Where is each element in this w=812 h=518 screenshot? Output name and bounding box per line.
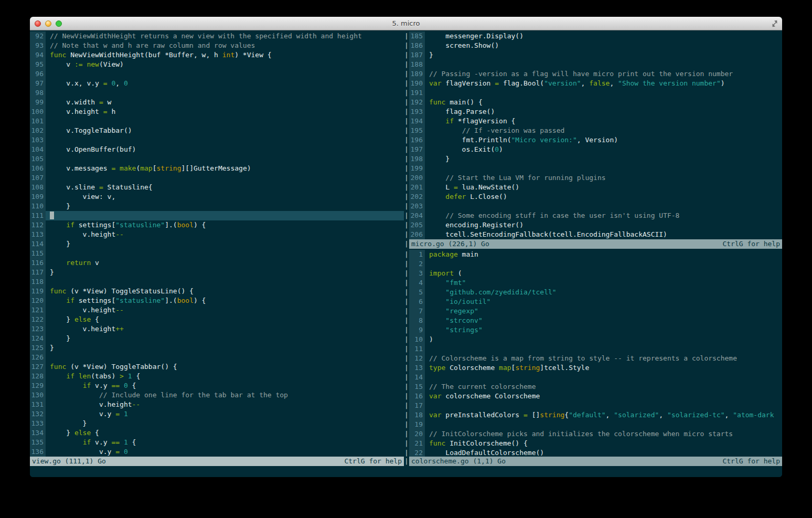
code-line[interactable]: |22 LoadDefaultColorscheme() xyxy=(404,448,782,457)
code-line[interactable]: 108 v.sline = Statusline{ xyxy=(30,183,404,192)
code-line[interactable]: |17 xyxy=(404,401,782,410)
code-line[interactable]: 112 if settings["statusline"].(bool) { xyxy=(30,220,404,230)
code-line[interactable]: 128 if len(tabs) > 1 { xyxy=(30,372,404,381)
code-line[interactable]: 101 xyxy=(30,117,404,126)
code-line[interactable]: 97 v.x, v.y = 0, 0 xyxy=(30,79,404,88)
code-line[interactable]: |8 "strconv" xyxy=(404,316,782,325)
code-line[interactable]: |201 L = lua.NewState() xyxy=(404,183,782,192)
code-line[interactable]: 121 v.height-- xyxy=(30,305,404,315)
code-line[interactable]: |15// The current colorscheme xyxy=(404,382,782,392)
code-line[interactable]: 135 if v.y == 1 { xyxy=(30,438,404,447)
code-line[interactable]: 98 xyxy=(30,88,404,98)
code-line[interactable]: 134 } else { xyxy=(30,428,404,438)
code-line[interactable]: |198 } xyxy=(404,154,782,164)
code-line[interactable]: 100 v.height = h xyxy=(30,107,404,117)
code-line[interactable]: |196 fmt.Println("Micro version:", Versi… xyxy=(404,135,782,145)
code-line[interactable]: |18var preInstalledColors = []string{"de… xyxy=(404,410,782,420)
code-line[interactable]: 131 v.height-- xyxy=(30,400,404,409)
code-line[interactable]: |3import ( xyxy=(404,269,782,278)
code-line[interactable]: |195 // If -version was passed xyxy=(404,126,782,135)
editor-pane-colorscheme-go[interactable]: |1package main|2|3import (|4 "fmt"|5 "gi… xyxy=(404,249,782,457)
code-line[interactable]: 107 xyxy=(30,173,404,183)
code-line[interactable]: |186 screen.Show() xyxy=(404,41,782,50)
code-line[interactable]: |192func main() { xyxy=(404,98,782,107)
code-line[interactable]: 120 if settings["statusline"].(bool) { xyxy=(30,296,404,305)
code-text: screen.Show() xyxy=(425,41,782,50)
code-line[interactable]: 93// Note that w and h are raw column an… xyxy=(30,41,404,50)
code-line[interactable]: |13type Colorscheme map[string]tcell.Sty… xyxy=(404,363,782,373)
code-line[interactable]: |7 "regexp" xyxy=(404,306,782,316)
code-line[interactable]: 103 xyxy=(30,135,404,145)
code-line[interactable]: |187} xyxy=(404,50,782,60)
code-text: } xyxy=(46,239,404,249)
code-line[interactable]: 99 v.width = w xyxy=(30,98,404,107)
code-line[interactable]: |6 "io/ioutil" xyxy=(404,297,782,306)
code-line[interactable]: |194 if *flagVersion { xyxy=(404,117,782,126)
code-line[interactable]: |185 messenger.Display() xyxy=(404,31,782,41)
code-line[interactable]: 123 v.height++ xyxy=(30,324,404,334)
code-line[interactable]: 104 v.OpenBuffer(buf) xyxy=(30,145,404,154)
code-line[interactable]: 105 xyxy=(30,154,404,164)
code-line[interactable]: |202 defer L.Close() xyxy=(404,192,782,202)
code-line[interactable]: |191 xyxy=(404,88,782,98)
code-line[interactable]: 106 v.messages = make(map[string][]Gutte… xyxy=(30,164,404,173)
code-line[interactable]: |2 xyxy=(404,259,782,269)
code-line[interactable]: 95 v := new(View) xyxy=(30,60,404,69)
code-line[interactable]: 117} xyxy=(30,268,404,277)
code-line[interactable]: |11 xyxy=(404,344,782,354)
code-line[interactable]: |16var colorscheme Colorscheme xyxy=(404,392,782,401)
code-line[interactable]: |9 "strings" xyxy=(404,325,782,335)
code-line[interactable]: 132 v.y = 1 xyxy=(30,409,404,419)
code-line[interactable]: 136 v.y = 0 xyxy=(30,447,404,457)
code-line[interactable]: 114 } xyxy=(30,239,404,249)
code-line[interactable]: 122 } else { xyxy=(30,315,404,324)
code-line[interactable]: |197 os.Exit(0) xyxy=(404,145,782,154)
code-line[interactable]: |19 xyxy=(404,420,782,429)
code-line[interactable]: 127func (v *View) ToggleTabbar() { xyxy=(30,362,404,372)
code-line[interactable]: 110 } xyxy=(30,202,404,211)
code-line[interactable]: |189// Passing -version as a flag will h… xyxy=(404,69,782,79)
code-line[interactable]: |193 flag.Parse() xyxy=(404,107,782,117)
code-line[interactable]: 96 xyxy=(30,69,404,79)
code-line[interactable]: 115 xyxy=(30,249,404,258)
line-number: 100 xyxy=(30,107,46,117)
editor-pane-micro-go[interactable]: |185 messenger.Display()|186 screen.Show… xyxy=(404,30,782,239)
editor-pane-view-go[interactable]: 92// NewViewWidthHeight returns a new vi… xyxy=(30,30,404,457)
code-line[interactable]: |203 xyxy=(404,202,782,211)
line-number: 136 xyxy=(30,447,46,457)
code-line[interactable]: |206 tcell.SetEncodingFallback(tcell.Enc… xyxy=(404,230,782,239)
code-line[interactable]: 116 return v xyxy=(30,258,404,268)
window-titlebar[interactable]: 5. micro xyxy=(30,17,782,30)
code-line[interactable]: |14 xyxy=(404,373,782,382)
code-line[interactable]: |199 xyxy=(404,164,782,173)
code-line[interactable]: 109 view: v, xyxy=(30,192,404,202)
code-line[interactable]: 124 } xyxy=(30,334,404,343)
code-line[interactable]: 129 if v.y == 0 { xyxy=(30,381,404,390)
code-line[interactable]: 111 xyxy=(30,211,404,220)
code-line[interactable]: |21func InitColorscheme() { xyxy=(404,439,782,448)
code-line[interactable]: |12// Colorscheme is a map from string t… xyxy=(404,354,782,363)
code-line[interactable]: 94func NewViewWidthHeight(buf *Buffer, w… xyxy=(30,50,404,60)
code-line[interactable]: |204 // Some encoding stuff in case the … xyxy=(404,211,782,220)
command-line[interactable] xyxy=(30,466,782,477)
code-line[interactable]: |1package main xyxy=(404,250,782,259)
code-line[interactable]: |5 "github.com/zyedidia/tcell" xyxy=(404,288,782,297)
code-line[interactable]: |10) xyxy=(404,335,782,344)
code-line[interactable]: 118 xyxy=(30,277,404,287)
code-line[interactable]: |190var flagVersion = flag.Bool("version… xyxy=(404,79,782,88)
code-line[interactable]: 133 } xyxy=(30,419,404,428)
code-line[interactable]: |4 "fmt" xyxy=(404,278,782,288)
code-line[interactable]: 130 // Include one line for the tab bar … xyxy=(30,390,404,400)
code-line[interactable]: 126 xyxy=(30,353,404,362)
code-line[interactable]: 92// NewViewWidthHeight returns a new vi… xyxy=(30,31,404,41)
code-text: if settings["statusline"].(bool) { xyxy=(46,220,404,230)
code-line[interactable]: 113 v.height-- xyxy=(30,230,404,239)
resize-icon[interactable] xyxy=(771,19,779,28)
code-line[interactable]: |200 // Start the Lua VM for running plu… xyxy=(404,173,782,183)
code-line[interactable]: |188 xyxy=(404,60,782,69)
code-line[interactable]: |20// InitColorscheme picks and initiali… xyxy=(404,429,782,439)
code-line[interactable]: |205 encoding.Register() xyxy=(404,220,782,230)
code-line[interactable]: 102 v.ToggleTabbar() xyxy=(30,126,404,135)
code-line[interactable]: 125} xyxy=(30,343,404,353)
code-line[interactable]: 119func (v *View) ToggleStatusLine() { xyxy=(30,287,404,296)
